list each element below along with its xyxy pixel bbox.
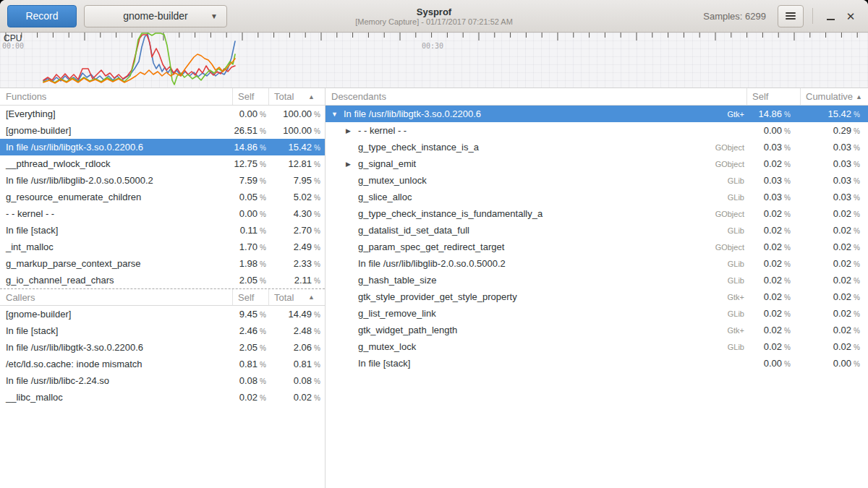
function-row[interactable]: In file /usr/lib/libglib-2.0.so.0.5000.2…	[0, 172, 325, 189]
descendant-row[interactable]: g_type_check_instance_is_aGObject0.03%0.…	[326, 139, 868, 155]
function-name: [gnome-builder]	[0, 309, 233, 320]
minimize-button[interactable]	[820, 6, 841, 26]
function-name: In file /usr/lib/libgtk-3.so.0.2200.6	[0, 142, 233, 153]
descendant-name-cell: g_mutex_lockGLib	[326, 341, 747, 352]
descendant-row[interactable]: g_type_check_instance_is_fundamentally_a…	[326, 205, 868, 222]
descendant-name: g_type_check_instance_is_fundamentally_a	[358, 208, 542, 219]
total-percent: 0.00%	[801, 358, 868, 369]
total-percent: 2.11%	[269, 275, 325, 286]
function-row[interactable]: [Everything]0.00%100.00%	[0, 106, 325, 122]
descendant-name: In file [stack]	[358, 358, 410, 369]
total-percent: 100.00%	[269, 108, 325, 119]
library-tag: GLib	[728, 193, 744, 202]
expander-open-icon[interactable]: ▼	[331, 111, 344, 118]
caller-row[interactable]: In file /usr/lib/libgtk-3.so.0.2200.62.0…	[0, 339, 325, 356]
total-percent: 0.02%	[269, 392, 325, 403]
descendant-row[interactable]: gtk_style_provider_get_style_propertyGtk…	[326, 288, 868, 305]
self-percent: 14.86%	[233, 142, 269, 153]
self-percent: 12.75%	[233, 158, 269, 169]
descendant-row[interactable]: In file /usr/lib/libglib-2.0.so.0.5000.2…	[326, 255, 868, 272]
descendant-name-cell: g_list_remove_linkGLib	[326, 308, 747, 319]
process-selector-dropdown[interactable]: gnome-builder ▼	[84, 5, 227, 27]
column-header-callers[interactable]: Callers	[0, 289, 233, 305]
total-percent: 100.00%	[269, 125, 325, 136]
column-header-self[interactable]: Self	[233, 88, 269, 105]
column-header-descendants[interactable]: Descendants	[326, 88, 747, 105]
function-row[interactable]: g_markup_parse_context_parse1.98%2.33%	[0, 255, 325, 272]
function-row[interactable]: In file /usr/lib/libgtk-3.so.0.2200.614.…	[0, 139, 325, 155]
total-percent: 0.02%	[801, 225, 868, 236]
descendant-name: g_list_remove_link	[358, 308, 436, 319]
function-row[interactable]: - - kernel - -0.00%4.30%	[0, 205, 325, 222]
self-percent: 26.51%	[233, 125, 269, 136]
descendant-name-cell: g_datalist_id_set_data_fullGLib	[326, 225, 747, 236]
caller-row[interactable]: /etc/ld.so.cache: inode mismatch0.81%0.8…	[0, 356, 325, 372]
self-percent: 0.02%	[747, 275, 801, 286]
self-percent: 0.02%	[747, 341, 801, 352]
self-percent: 1.98%	[233, 258, 269, 269]
function-row[interactable]: g_resource_enumerate_children0.05%5.02%	[0, 189, 325, 205]
descendant-row[interactable]: ▶- - kernel - -0.00%0.29%	[326, 122, 868, 139]
total-percent: 2.33%	[269, 258, 325, 269]
function-row[interactable]: [gnome-builder]26.51%100.00%	[0, 122, 325, 139]
descendant-row[interactable]: g_mutex_unlockGLib0.03%0.03%	[326, 172, 868, 189]
chevron-down-icon: ▼	[210, 12, 218, 20]
column-header-cumulative[interactable]: Cumulative ▲	[801, 88, 868, 105]
column-header-self[interactable]: Self	[747, 88, 801, 105]
column-header-self[interactable]: Self	[233, 289, 269, 305]
total-percent: 0.03%	[801, 142, 868, 153]
total-percent: 5.02%	[269, 192, 325, 202]
self-percent: 1.70%	[233, 241, 269, 252]
self-percent: 2.05%	[233, 342, 269, 353]
self-percent: 7.59%	[233, 175, 269, 186]
menu-button[interactable]	[778, 5, 804, 27]
caller-row[interactable]: In file [stack]2.46%2.48%	[0, 322, 325, 339]
library-tag: GLib	[728, 276, 744, 285]
descendant-row[interactable]: gtk_widget_path_lengthGtk+0.02%0.02%	[326, 322, 868, 338]
function-row[interactable]: In file [stack]0.11%2.70%	[0, 222, 325, 239]
total-percent: 0.02%	[801, 341, 868, 352]
expander-closed-icon[interactable]: ▶	[346, 127, 358, 134]
cpu-usage-graph[interactable]: CPU 00:00 00:30	[0, 33, 868, 88]
function-name: /etc/ld.so.cache: inode mismatch	[0, 359, 233, 369]
descendant-row[interactable]: In file [stack]0.00%0.00%	[326, 355, 868, 372]
close-button[interactable]: ✕	[841, 6, 861, 26]
descendant-row[interactable]: g_list_remove_linkGLib0.02%0.02%	[326, 305, 868, 322]
function-name: In file [stack]	[0, 325, 233, 336]
total-percent: 2.49%	[269, 241, 325, 252]
descendant-name-cell: In file /usr/lib/libglib-2.0.so.0.5000.2…	[326, 258, 747, 269]
descendant-name: In file /usr/lib/libglib-2.0.so.0.5000.2	[358, 258, 506, 269]
functions-table-header: Functions Self Total ▲	[0, 88, 325, 106]
caller-row[interactable]: In file /usr/lib/libc-2.24.so0.08%0.08%	[0, 372, 325, 389]
descendant-name-cell: g_type_check_instance_is_aGObject	[326, 142, 747, 153]
function-row[interactable]: __pthread_rwlock_rdlock12.75%12.81%	[0, 155, 325, 172]
self-percent: 0.02%	[747, 225, 801, 236]
descendant-row[interactable]: g_mutex_lockGLib0.02%0.02%	[326, 338, 868, 355]
descendant-row[interactable]: g_slice_allocGLib0.03%0.03%	[326, 189, 868, 205]
column-header-total[interactable]: Total ▲	[269, 88, 325, 105]
total-percent: 0.02%	[801, 308, 868, 319]
descendants-table-header: Descendants Self Cumulative ▲	[326, 88, 868, 106]
descendant-name-cell: g_slice_allocGLib	[326, 192, 747, 202]
self-percent: 0.03%	[747, 175, 801, 186]
profile-panes: Functions Self Total ▲ [Everything]0.00%…	[0, 88, 868, 488]
descendant-row[interactable]: g_hash_table_sizeGLib0.02%0.02%	[326, 272, 868, 288]
function-row[interactable]: g_io_channel_read_chars2.05%2.11%	[0, 272, 325, 288]
total-percent: 0.03%	[801, 158, 868, 169]
time-tick-mid: 00:30	[422, 42, 443, 50]
expander-closed-icon[interactable]: ▶	[346, 160, 358, 168]
descendant-name-cell: g_param_spec_get_redirect_targetGObject	[326, 241, 747, 252]
descendant-row[interactable]: ▶g_signal_emitGObject0.02%0.03%	[326, 155, 868, 172]
function-row[interactable]: _int_malloc1.70%2.49%	[0, 239, 325, 255]
caller-row[interactable]: [gnome-builder]9.45%14.49%	[0, 306, 325, 322]
column-header-total[interactable]: Total ▲	[269, 289, 325, 305]
window-subtitle: [Memory Capture] - 01/17/2017 07:21:52 A…	[355, 17, 513, 27]
function-name: g_markup_parse_context_parse	[0, 258, 233, 269]
column-header-functions[interactable]: Functions	[0, 88, 233, 105]
record-button[interactable]: Record	[7, 5, 77, 27]
descendant-row[interactable]: g_datalist_id_set_data_fullGLib0.02%0.02…	[326, 222, 868, 239]
caller-row[interactable]: __libc_malloc0.02%0.02%	[0, 389, 325, 406]
descendant-row[interactable]: ▼In file /usr/lib/libgtk-3.so.0.2200.6Gt…	[326, 106, 868, 122]
descendant-row[interactable]: g_param_spec_get_redirect_targetGObject0…	[326, 239, 868, 255]
total-percent: 0.02%	[801, 258, 868, 269]
